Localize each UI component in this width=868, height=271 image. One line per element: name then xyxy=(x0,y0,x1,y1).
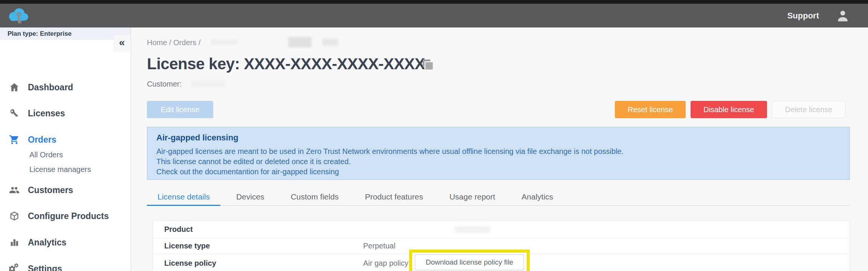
sidebar: Plan type: Enterprise « Dashboard Licens… xyxy=(0,27,131,271)
reset-license-button[interactable]: Reset license xyxy=(615,101,686,118)
download-license-policy-file-button[interactable]: Download license policy file xyxy=(415,254,524,270)
edit-license-button[interactable]: Edit license xyxy=(147,101,213,118)
cart-icon xyxy=(9,134,20,145)
redacted-text xyxy=(288,37,312,47)
app-root: Support Plan type: Enterprise « Dashboar… xyxy=(0,0,868,271)
sidebar-item-label: Configure Products xyxy=(28,211,109,221)
row-value: Air gap policy xyxy=(363,259,408,268)
row-label: License policy xyxy=(164,259,216,268)
home-icon xyxy=(9,82,20,93)
air-gapped-notice: Air-gapped licensing Air-gapped licenses… xyxy=(147,127,850,180)
support-link[interactable]: Support xyxy=(787,4,819,27)
plan-type-label: Plan type: Enterprise xyxy=(0,27,131,40)
sidebar-item-configure-products[interactable]: Configure Products xyxy=(9,209,109,223)
tab-bar: License details Devices Custom fields Pr… xyxy=(147,188,850,206)
redacted-text xyxy=(211,39,237,46)
tab-analytics[interactable]: Analytics xyxy=(511,188,564,206)
redacted-text xyxy=(454,226,490,233)
sidebar-item-label: Analytics xyxy=(28,238,66,248)
sidebar-item-label: Customers xyxy=(28,185,73,195)
sidebar-item-dashboard[interactable]: Dashboard xyxy=(9,81,73,94)
sidebar-subitem-label: License managers xyxy=(29,165,91,174)
user-icon[interactable] xyxy=(836,9,850,23)
table-row-product: Product xyxy=(153,221,850,238)
sidebar-subitem-label: All Orders xyxy=(29,151,63,159)
tab-license-details[interactable]: License details xyxy=(147,188,220,206)
notice-title: Air-gapped licensing xyxy=(156,133,840,143)
sidebar-item-settings[interactable]: Settings xyxy=(9,262,62,271)
row-label: License type xyxy=(164,242,210,250)
redacted-text xyxy=(191,80,226,88)
delete-license-button[interactable]: Delete license xyxy=(772,101,845,118)
tab-custom-fields[interactable]: Custom fields xyxy=(280,188,349,206)
sidebar-item-label: Settings xyxy=(28,264,62,271)
notice-documentation-link[interactable]: Check out the documentantion for air-gap… xyxy=(156,167,840,177)
sidebar-item-label: Orders xyxy=(28,135,56,145)
license-details-card: Product License type Perpetual License p… xyxy=(153,220,850,271)
highlight-box: Download license policy file xyxy=(409,250,530,271)
sidebar-item-licenses[interactable]: Licenses xyxy=(9,107,65,120)
sidebar-item-label: Dashboard xyxy=(28,82,73,93)
window-top-strip xyxy=(0,0,868,4)
bar-chart-icon xyxy=(9,237,20,248)
breadcrumb-home-link[interactable]: Home xyxy=(147,38,167,47)
box-icon xyxy=(9,211,20,221)
topbar: Support xyxy=(0,4,868,27)
row-label: Product xyxy=(164,225,193,234)
notice-line-2: This license cannot be edited or deleted… xyxy=(156,157,840,167)
sidebar-item-analytics[interactable]: Analytics xyxy=(9,236,66,249)
users-icon xyxy=(9,185,20,195)
sidebar-item-label: Licenses xyxy=(28,108,65,119)
gears-icon xyxy=(9,263,20,271)
cloud-key-logo[interactable] xyxy=(7,6,31,26)
row-value: Perpetual xyxy=(363,242,396,250)
key-icon xyxy=(9,108,20,119)
copy-icon[interactable] xyxy=(421,59,435,72)
sidebar-collapse-button[interactable]: « xyxy=(113,35,130,52)
notice-line-1: Air-gapped licenses are meant to be used… xyxy=(156,146,840,157)
breadcrumb-separator: / xyxy=(169,38,171,47)
breadcrumb-separator: / xyxy=(199,38,201,47)
tab-usage-report[interactable]: Usage report xyxy=(439,188,506,206)
tab-devices[interactable]: Devices xyxy=(226,188,275,206)
sidebar-item-customers[interactable]: Customers xyxy=(9,183,73,197)
breadcrumb-orders-link[interactable]: Orders xyxy=(173,38,196,47)
sidebar-item-license-managers[interactable]: License managers xyxy=(29,164,91,175)
table-row-license-policy: License policy Air gap policy Download l… xyxy=(153,254,850,271)
breadcrumb: Home / Orders / xyxy=(147,38,200,47)
customer-label: Customer: xyxy=(147,80,182,88)
sidebar-item-orders[interactable]: Orders xyxy=(9,133,56,146)
tab-product-features[interactable]: Product features xyxy=(355,188,434,206)
redacted-text xyxy=(322,38,339,46)
disable-license-button[interactable]: Disable license xyxy=(691,101,767,118)
sidebar-item-all-orders[interactable]: All Orders xyxy=(29,149,63,160)
page-title: License key: XXXX-XXXX-XXXX-XXXX xyxy=(147,55,425,73)
